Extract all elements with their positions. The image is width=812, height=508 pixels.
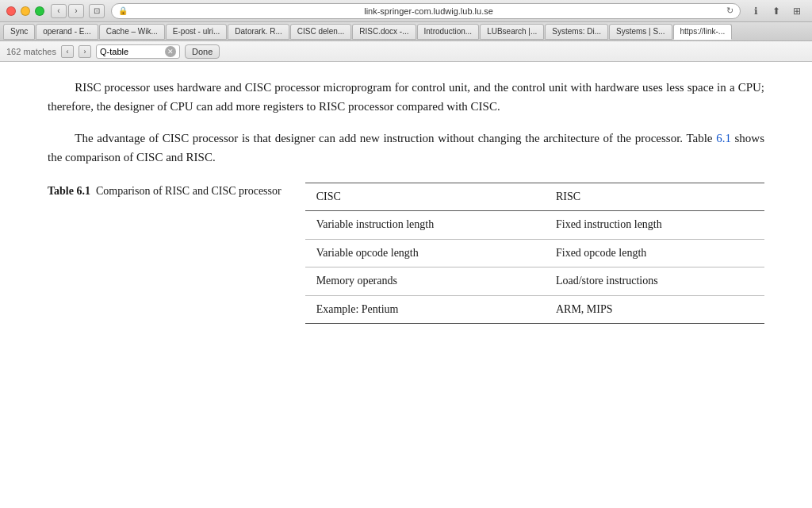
tab-risc-docx[interactable]: RISC.docx -... [352, 24, 416, 40]
find-match-count: 162 matches [6, 47, 56, 56]
table-header-cisc: CISC [305, 183, 545, 211]
table-section: Table 6.1 Comparison of RISC and CISC pr… [48, 183, 764, 324]
table-cell-risc-3: Load/store instructions [545, 267, 764, 295]
table-cell-risc-1: Fixed instruction length [545, 211, 764, 239]
back-button[interactable]: ‹ [51, 4, 67, 18]
table-cell-risc-2: Fixed opcode length [545, 239, 764, 267]
table-header-row: CISC RISC [305, 183, 764, 211]
minimize-button[interactable] [21, 6, 30, 16]
content-area: RISC processor uses hardware and CISC pr… [0, 62, 812, 508]
forward-button[interactable]: › [68, 4, 84, 18]
tab-systems-di[interactable]: Systems: Di... [545, 24, 608, 40]
table-header-risc: RISC [545, 183, 764, 211]
url-text: link-springer-com.ludwig.lub.lu.se [131, 6, 726, 16]
info-button[interactable]: ℹ [747, 4, 764, 18]
new-tab-button[interactable]: ⊞ [788, 4, 806, 18]
table-head: CISC RISC [305, 183, 764, 211]
table-cell-cisc-3: Memory operands [305, 267, 545, 295]
reload-icon[interactable]: ↻ [726, 6, 733, 16]
comparison-table: CISC RISC Variable instruction length Fi… [305, 183, 764, 324]
find-clear-button[interactable]: ✕ [165, 46, 176, 57]
tab-link-active[interactable]: https://link-... [673, 24, 733, 40]
tab-introduction[interactable]: Introduction... [417, 24, 480, 40]
title-bar-right: ℹ ⬆ ⊞ [747, 4, 806, 18]
tab-cisc[interactable]: CISC delen... [290, 24, 351, 40]
table-row: Memory operands Load/store instructions [305, 267, 764, 295]
tab-epost[interactable]: E-post - ulri... [166, 24, 227, 40]
paragraph-2: The advantage of CISC processor is that … [48, 129, 764, 167]
find-bar: 162 matches ‹ › ✕ Done [0, 41, 812, 62]
title-bar: ‹ › ⊡ 🔒 link-springer-com.ludwig.lub.lu.… [0, 0, 812, 22]
address-bar[interactable]: 🔒 link-springer-com.ludwig.lub.lu.se ↻ [111, 3, 741, 19]
table-caption: Table 6.1 Comparison of RISC and CISC pr… [48, 183, 282, 199]
table-row: Example: Pentium ARM, MIPS [305, 295, 764, 323]
tab-lubsearch[interactable]: LUBsearch |... [480, 24, 544, 40]
tabs-bar: Sync operand - E... Cache – Wik... E-pos… [0, 22, 812, 41]
window-layout-button[interactable]: ⊡ [89, 4, 105, 18]
window-controls [6, 6, 44, 16]
nav-buttons: ‹ › ⊡ [51, 4, 105, 18]
find-prev-button[interactable]: ‹ [61, 45, 74, 58]
table-row: Variable opcode length Fixed opcode leng… [305, 239, 764, 267]
tab-systems-s[interactable]: Systems | S... [609, 24, 672, 40]
find-input-wrap[interactable]: ✕ [96, 44, 180, 59]
table-cell-risc-4: ARM, MIPS [545, 295, 764, 323]
lock-icon: 🔒 [118, 6, 128, 15]
tab-sync[interactable]: Sync [3, 24, 35, 40]
table-row: Variable instruction length Fixed instru… [305, 211, 764, 239]
find-done-button[interactable]: Done [185, 44, 220, 59]
table-body: Variable instruction length Fixed instru… [305, 211, 764, 324]
maximize-button[interactable] [35, 6, 44, 16]
share-button[interactable]: ⬆ [768, 4, 785, 18]
table-cell-cisc-1: Variable instruction length [305, 211, 545, 239]
find-next-button[interactable]: › [79, 45, 91, 58]
tab-cache[interactable]: Cache – Wik... [99, 24, 165, 40]
table-cell-cisc-4: Example: Pentium [305, 295, 545, 323]
paragraph-1: RISC processor uses hardware and CISC pr… [48, 78, 764, 116]
tab-operand[interactable]: operand - E... [36, 24, 98, 40]
tab-datorark[interactable]: Datorark. R... [228, 24, 289, 40]
find-input[interactable] [100, 47, 163, 56]
table-caption-label: Table 6.1 [48, 185, 90, 197]
table-link[interactable]: 6.1 [716, 132, 731, 144]
close-button[interactable] [6, 6, 16, 16]
table-cell-cisc-2: Variable opcode length [305, 239, 545, 267]
